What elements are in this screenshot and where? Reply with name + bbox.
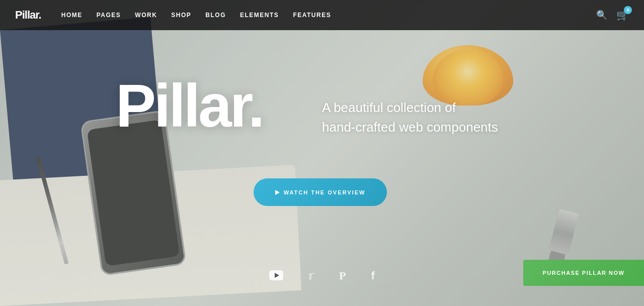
nav-links: HOME PAGES WORK SHOP BLOG ELEMENTS FEATU… (61, 12, 596, 19)
hero-subtitle: A beautiful collection of hand-crafted w… (322, 98, 498, 137)
main-nav: Pillar. HOME PAGES WORK SHOP BLOG ELEMEN… (0, 0, 644, 30)
purchase-label: PURCHASE PILLAR NOW (543, 270, 625, 276)
hero-subtitle-line1: A beautiful collection of (322, 100, 456, 115)
nav-link-shop[interactable]: SHOP (171, 12, 191, 19)
twitter-icon[interactable]: 𝕣 (308, 269, 314, 283)
search-icon[interactable]: 🔍 (596, 10, 607, 21)
play-icon (275, 190, 280, 195)
cart-badge: 0 (624, 6, 632, 14)
nav-link-features[interactable]: FEATURES (293, 12, 331, 19)
facebook-icon[interactable]: f (371, 269, 375, 283)
nav-link-work[interactable]: WORK (135, 12, 157, 19)
pinterest-icon[interactable]: P (339, 269, 346, 283)
cart-button[interactable]: 🛒 0 (616, 9, 629, 21)
nav-link-elements[interactable]: ELEMENTS (240, 12, 279, 19)
hero-title: Pillar. (116, 75, 263, 136)
purchase-button[interactable]: PURCHASE PILLAR NOW (523, 260, 644, 286)
youtube-icon[interactable] (269, 269, 283, 283)
hero-subtitle-line2: hand-crafted web components (322, 120, 498, 135)
nav-link-pages[interactable]: PAGES (97, 12, 121, 19)
watch-overview-button[interactable]: WATCH THE OVERVIEW (254, 178, 387, 206)
brand-logo[interactable]: Pillar. (15, 9, 41, 22)
nav-link-blog[interactable]: BLOG (205, 12, 226, 19)
hero-section: Pillar. HOME PAGES WORK SHOP BLOG ELEMEN… (0, 0, 644, 306)
nav-right: 🔍 🛒 0 (596, 9, 629, 21)
nav-link-home[interactable]: HOME (61, 12, 83, 19)
cta-label: WATCH THE OVERVIEW (284, 189, 366, 195)
